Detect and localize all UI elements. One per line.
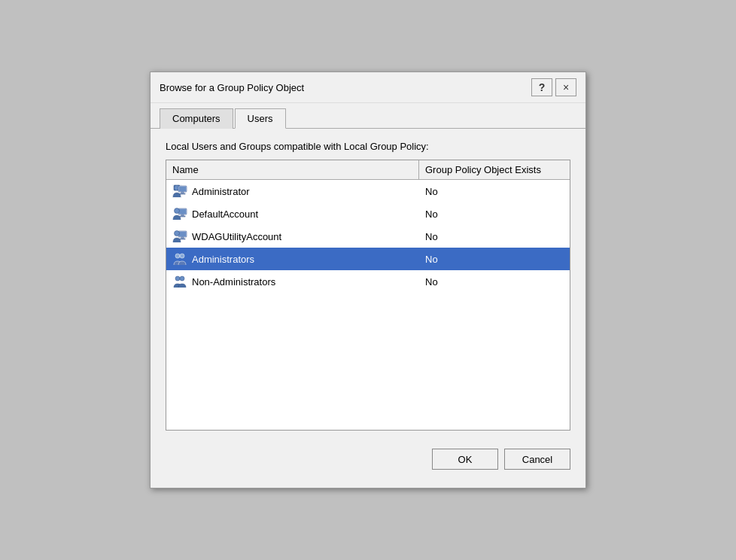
- row-name: WDAGUtilityAccount: [192, 231, 281, 242]
- svg-rect-6: [180, 193, 185, 194]
- help-button[interactable]: ?: [531, 78, 552, 96]
- row-name: DefaultAccount: [192, 208, 258, 220]
- svg-rect-4: [179, 187, 186, 191]
- tab-users[interactable]: Users: [235, 108, 286, 129]
- row-name: Administrators: [192, 254, 254, 265]
- table-header: Name Group Policy Object Exists: [166, 160, 570, 180]
- table-row[interactable]: DefaultAccount No: [166, 202, 570, 225]
- svg-point-19: [175, 276, 180, 281]
- single-user-icon: [172, 184, 187, 198]
- group-user-icon: [172, 252, 187, 266]
- close-button[interactable]: ×: [555, 78, 576, 96]
- svg-rect-5: [181, 192, 184, 193]
- col-header-name: Name: [166, 160, 419, 179]
- group-user-icon: [172, 275, 187, 288]
- section-label: Local Users and Groups compatible with L…: [166, 141, 570, 152]
- svg-point-11: [175, 208, 180, 214]
- table-row[interactable]: Non-Administrators No: [166, 270, 570, 293]
- title-bar: Browse for a Group Policy Object ? ×: [151, 72, 585, 103]
- tab-computers[interactable]: Computers: [160, 108, 233, 129]
- svg-point-20: [180, 276, 184, 281]
- row-gpo: No: [419, 251, 570, 267]
- cancel-button[interactable]: Cancel: [504, 449, 570, 470]
- row-name: Administrator: [192, 186, 250, 197]
- dialog-title: Browse for a Group Policy Object: [160, 82, 304, 93]
- ok-button[interactable]: OK: [432, 449, 498, 470]
- table-row[interactable]: WDAGUtilityAccount No: [166, 225, 570, 248]
- svg-rect-8: [179, 209, 186, 214]
- row-gpo: No: [419, 274, 570, 290]
- row-gpo: No: [419, 184, 570, 199]
- single-user-icon: [172, 230, 187, 243]
- content-area: Local Users and Groups compatible with L…: [151, 129, 585, 443]
- tabs-bar: Computers Users: [151, 103, 585, 129]
- dialog-footer: OK Cancel: [151, 443, 585, 479]
- col-header-gpo: Group Policy Object Exists: [419, 160, 570, 179]
- single-user-icon: [172, 207, 187, 221]
- svg-rect-13: [179, 232, 186, 236]
- svg-rect-15: [180, 239, 185, 239]
- svg-rect-14: [181, 237, 184, 239]
- row-name: Non-Administrators: [192, 276, 275, 288]
- svg-point-18: [180, 254, 184, 258]
- table-row[interactable]: Administrators No: [166, 248, 570, 270]
- svg-rect-9: [181, 215, 184, 216]
- row-gpo: No: [419, 206, 570, 222]
- browse-gpo-dialog: Browse for a Group Policy Object ? × Com…: [150, 72, 586, 488]
- row-gpo: No: [419, 229, 570, 245]
- table-body: Administrator No: [166, 180, 570, 430]
- table-row[interactable]: Administrator No: [166, 180, 570, 202]
- svg-rect-10: [180, 216, 185, 217]
- table-container: Name Group Policy Object Exists: [166, 160, 570, 431]
- svg-point-16: [175, 231, 180, 236]
- dialog-body: Computers Users Local Users and Groups c…: [151, 103, 585, 488]
- svg-point-17: [175, 254, 180, 258]
